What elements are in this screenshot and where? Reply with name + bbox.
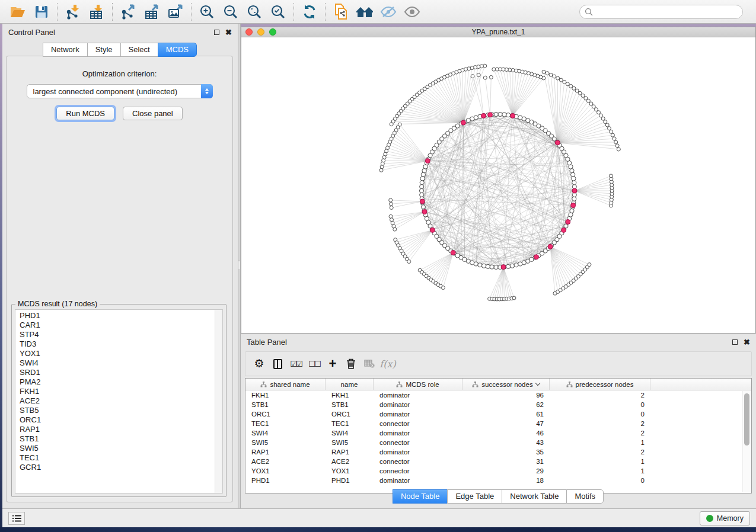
cell-predecessor-nodes[interactable]: 0 [550,409,650,419]
cell-shared-name[interactable]: FKH1 [245,390,326,400]
import-table-icon[interactable] [85,2,109,22]
control-panel-tab[interactable]: Network [43,43,88,57]
show-details-icon[interactable] [400,2,424,22]
cell-mcds-role[interactable]: dominator [374,400,462,409]
first-neighbors-icon[interactable] [353,2,377,22]
hide-details-icon[interactable] [377,2,400,22]
select-all-icon[interactable]: ☑☑ [289,357,302,370]
zoom-in-icon[interactable] [195,2,219,22]
export-table-icon[interactable] [140,2,164,22]
close-panel-icon[interactable]: ✖ [225,30,232,35]
cell-predecessor-nodes[interactable]: 2 [550,447,650,457]
mcds-result-item[interactable]: ACE2 [15,396,222,406]
cell-mcds-role[interactable]: dominator [374,409,462,419]
mcds-result-item[interactable]: PHD1 [15,311,222,321]
table-row[interactable]: ACE2 ACE2 connector 31 1 [245,457,751,466]
mcds-result-list[interactable]: PHD1 CAR1 STP4 TID3 YOX1 SWI4 SRD1 PMA2 … [15,309,223,493]
cell-predecessor-nodes[interactable]: 2 [550,419,650,428]
cell-name[interactable]: ACE2 [326,457,374,466]
cell-shared-name[interactable]: SWI5 [245,438,326,447]
open-folder-icon[interactable] [6,2,30,22]
table-tab[interactable]: Motifs [566,489,604,504]
cell-successor-nodes[interactable]: 31 [462,457,550,466]
table-column-header[interactable]: predecessor nodes [550,379,650,390]
table-row[interactable]: FKH1 FKH1 dominator 96 2 [245,390,751,400]
cell-shared-name[interactable]: YOX1 [245,466,326,476]
float-table-panel-icon[interactable] [732,339,738,345]
table-row[interactable]: TEC1 TEC1 connector 47 2 [245,419,751,428]
network-window-titlebar[interactable]: YPA_prune.txt_1 [241,27,755,37]
list-scrollbar-track[interactable] [215,310,222,493]
cell-name[interactable]: RAP1 [326,447,374,457]
cell-predecessor-nodes[interactable]: 1 [550,457,650,466]
zoom-selected-icon[interactable] [266,2,290,22]
cell-name[interactable]: ORC1 [326,409,374,419]
cell-shared-name[interactable]: TEC1 [245,419,326,428]
cell-name[interactable]: FKH1 [326,390,374,400]
cell-name[interactable]: TEC1 [326,419,374,428]
mcds-result-item[interactable]: TID3 [15,339,222,349]
table-row[interactable]: STB1 STB1 dominator 62 0 [245,400,751,409]
export-network-icon[interactable] [116,2,140,22]
cell-mcds-role[interactable]: connector [374,466,462,476]
cell-successor-nodes[interactable]: 96 [462,390,550,400]
mcds-result-item[interactable]: SWI5 [15,444,222,453]
cell-successor-nodes[interactable]: 46 [462,428,550,438]
mcds-result-item[interactable]: STP4 [15,330,222,339]
close-table-panel-icon[interactable]: ✖ [744,339,750,345]
cell-name[interactable]: STB1 [326,400,374,409]
cell-shared-name[interactable]: PHD1 [245,476,326,485]
table-row[interactable]: YOX1 YOX1 connector 29 1 [245,466,751,476]
mcds-result-item[interactable]: GCR1 [15,463,222,472]
cell-predecessor-nodes[interactable]: 1 [550,466,650,476]
cell-successor-nodes[interactable]: 18 [462,476,550,485]
close-panel-button[interactable]: Close panel [123,107,183,120]
cell-predecessor-nodes[interactable]: 1 [550,438,650,447]
table-settings-gear-icon[interactable]: ⚙ [253,357,266,370]
float-panel-icon[interactable] [214,30,219,35]
cell-shared-name[interactable]: ORC1 [245,409,326,419]
memory-button[interactable]: Memory [700,511,750,525]
table-tab[interactable]: Edge Table [447,489,502,504]
cell-predecessor-nodes[interactable]: 0 [550,476,650,485]
table-row[interactable]: PHD1 PHD1 dominator 18 0 [245,476,751,485]
cell-shared-name[interactable]: STB1 [245,400,326,409]
cell-mcds-role[interactable]: dominator [374,447,462,457]
search-field[interactable] [579,5,743,19]
deselect-all-icon[interactable]: ☐☐ [308,357,321,370]
table-scrollbar-track[interactable] [742,391,751,492]
control-panel-tab[interactable]: Style [87,43,121,57]
cell-successor-nodes[interactable]: 61 [462,409,550,419]
export-image-icon[interactable] [164,2,187,22]
cell-predecessor-nodes[interactable]: 0 [550,400,650,409]
show-columns-icon[interactable] [271,357,284,370]
mcds-result-item[interactable]: SRD1 [15,368,222,377]
function-builder-icon[interactable]: f(x) [381,357,394,370]
mcds-result-item[interactable]: STB5 [15,406,222,415]
control-panel-tab[interactable]: Select [120,43,158,57]
cell-predecessor-nodes[interactable]: 2 [550,428,650,438]
cell-shared-name[interactable]: RAP1 [245,447,326,457]
criterion-dropdown[interactable]: largest connected component (undirected) [27,84,213,98]
table-tab[interactable]: Network Table [502,489,567,504]
cell-name[interactable]: SWI4 [326,428,374,438]
cell-successor-nodes[interactable]: 62 [462,400,550,409]
task-history-button[interactable] [8,512,25,525]
cell-successor-nodes[interactable]: 35 [462,447,550,457]
cell-successor-nodes[interactable]: 43 [462,438,550,447]
zoom-out-icon[interactable] [219,2,243,22]
cell-mcds-role[interactable]: dominator [374,476,462,485]
table-column-header[interactable]: shared name [245,379,326,390]
mcds-result-item[interactable]: RAP1 [15,425,222,434]
table-scrollbar-thumb[interactable] [744,393,749,446]
table-row[interactable]: SWI5 SWI5 connector 43 1 [245,438,751,447]
cell-mcds-role[interactable]: connector [374,438,462,447]
cell-mcds-role[interactable]: connector [374,419,462,428]
zoom-fit-icon[interactable] [243,2,266,22]
control-panel-tab[interactable]: MCDS [158,43,197,57]
run-mcds-button[interactable]: Run MCDS [56,107,114,120]
cell-successor-nodes[interactable]: 47 [462,419,550,428]
cell-mcds-role[interactable]: connector [374,457,462,466]
table-row[interactable]: SWI4 SWI4 dominator 46 2 [245,428,751,438]
cell-name[interactable]: YOX1 [326,466,374,476]
